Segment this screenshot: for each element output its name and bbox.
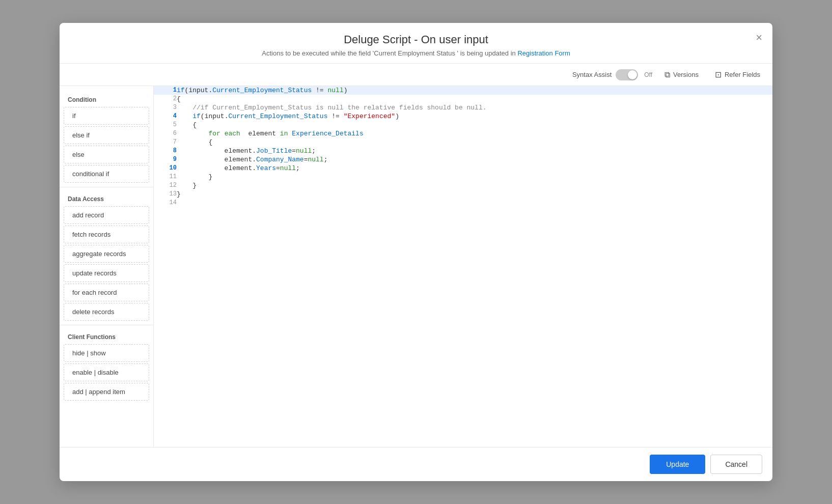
line-num-1: 1 <box>154 86 177 95</box>
sidebar-item-fetch-records[interactable]: fetch records <box>64 226 149 243</box>
sidebar-item-add-record[interactable]: add record <box>64 206 149 224</box>
line-num-11: 11 <box>154 173 177 181</box>
modal-header: Deluge Script - On user input Actions to… <box>60 23 772 64</box>
line-num-3: 3 <box>154 103 177 112</box>
toggle-knob <box>628 70 637 79</box>
code-line-9: 9 element.Company_Name=null; <box>154 155 772 164</box>
line-num-6: 6 <box>154 129 177 138</box>
line-num-10: 10 <box>154 164 177 173</box>
sidebar-item-delete-records[interactable]: delete records <box>64 303 149 321</box>
line-content-4: if(input.Current_Employment_Status != "E… <box>177 112 772 121</box>
syntax-assist-toggle[interactable] <box>616 69 638 80</box>
sidebar-item-conditional-if[interactable]: conditional if <box>64 165 149 183</box>
client-functions-section-title: Client Functions <box>60 329 153 343</box>
condition-section-title: Condition <box>60 92 153 105</box>
code-line-11: 11 } <box>154 173 772 181</box>
sidebar-item-for-each-record[interactable]: for each record <box>64 284 149 301</box>
sidebar: Condition if else if else conditional if… <box>60 86 154 447</box>
deluge-script-modal: Deluge Script - On user input Actions to… <box>60 23 772 481</box>
line-content-12: } <box>177 181 772 190</box>
code-line-13: 13 } <box>154 190 772 199</box>
sidebar-item-enable-disable[interactable]: enable | disable <box>64 363 149 381</box>
code-table: 1 if(input.Current_Employment_Status != … <box>154 86 772 207</box>
sidebar-item-hide-show[interactable]: hide | show <box>64 344 149 362</box>
line-num-4: 4 <box>154 112 177 121</box>
line-content-2: { <box>177 95 772 103</box>
line-content-1: if(input.Current_Employment_Status != nu… <box>177 86 772 95</box>
close-button[interactable]: × <box>756 32 762 43</box>
code-editor[interactable]: 1 if(input.Current_Employment_Status != … <box>154 86 772 447</box>
modal-footer: Update Cancel <box>60 447 772 481</box>
modal-title: Deluge Script - On user input <box>72 33 760 46</box>
line-content-3: //if Current_Employment_Status is null t… <box>177 103 772 112</box>
toolbar: Syntax Assist Off ⧉ Versions ⊡ Refer Fie… <box>60 64 772 86</box>
line-content-7: { <box>177 138 772 147</box>
syntax-assist-label: Syntax Assist <box>572 71 612 78</box>
sidebar-item-else-if[interactable]: else if <box>64 126 149 144</box>
code-line-7: 7 { <box>154 138 772 147</box>
code-line-14: 14 <box>154 199 772 207</box>
sidebar-item-update-records[interactable]: update records <box>64 264 149 282</box>
toggle-off-label: Off <box>644 71 652 78</box>
section-divider-1 <box>60 187 153 187</box>
line-num-12: 12 <box>154 181 177 190</box>
cancel-button[interactable]: Cancel <box>710 455 762 474</box>
line-content-10: element.Years=null; <box>177 164 772 173</box>
line-num-14: 14 <box>154 199 177 207</box>
line-num-7: 7 <box>154 138 177 147</box>
line-content-5: { <box>177 121 772 129</box>
sidebar-item-else[interactable]: else <box>64 146 149 163</box>
data-access-section-title: Data Access <box>60 191 153 205</box>
code-line-4: 4 if(input.Current_Employment_Status != … <box>154 112 772 121</box>
line-num-5: 5 <box>154 121 177 129</box>
code-line-1: 1 if(input.Current_Employment_Status != … <box>154 86 772 95</box>
update-button[interactable]: Update <box>650 455 705 474</box>
code-line-10: 10 element.Years=null; <box>154 164 772 173</box>
line-content-9: element.Company_Name=null; <box>177 155 772 164</box>
code-line-6: 6 for each element in Experience_Details <box>154 129 772 138</box>
versions-label: Versions <box>673 71 699 78</box>
code-line-8: 8 element.Job_Title=null; <box>154 147 772 155</box>
code-line-2: 2 { <box>154 95 772 103</box>
registration-form-link[interactable]: Registration Form <box>517 49 570 57</box>
code-line-12: 12 } <box>154 181 772 190</box>
refer-fields-icon: ⊡ <box>715 70 722 79</box>
line-content-14 <box>177 199 772 207</box>
code-line-5: 5 { <box>154 121 772 129</box>
modal-subtitle: Actions to be executed while the field '… <box>72 49 760 57</box>
refer-fields-button[interactable]: ⊡ Refer Fields <box>711 68 764 81</box>
sidebar-item-if[interactable]: if <box>64 107 149 125</box>
main-content: Condition if else if else conditional if… <box>60 86 772 447</box>
line-content-13: } <box>177 190 772 199</box>
line-num-8: 8 <box>154 147 177 155</box>
line-content-6: for each element in Experience_Details <box>177 129 772 138</box>
line-content-8: element.Job_Title=null; <box>177 147 772 155</box>
sidebar-item-aggregate-records[interactable]: aggregate records <box>64 245 149 263</box>
refer-fields-label: Refer Fields <box>725 71 760 78</box>
syntax-assist-control: Syntax Assist Off <box>572 69 652 80</box>
section-divider-2 <box>60 325 153 325</box>
versions-icon: ⧉ <box>664 70 670 79</box>
code-line-3: 3 //if Current_Employment_Status is null… <box>154 103 772 112</box>
line-num-13: 13 <box>154 190 177 199</box>
subtitle-prefix: Actions to be executed while the field '… <box>262 49 517 57</box>
sidebar-item-add-append-item[interactable]: add | append item <box>64 383 149 401</box>
versions-button[interactable]: ⧉ Versions <box>660 68 703 81</box>
line-num-9: 9 <box>154 155 177 164</box>
line-content-11: } <box>177 173 772 181</box>
line-num-2: 2 <box>154 95 177 103</box>
